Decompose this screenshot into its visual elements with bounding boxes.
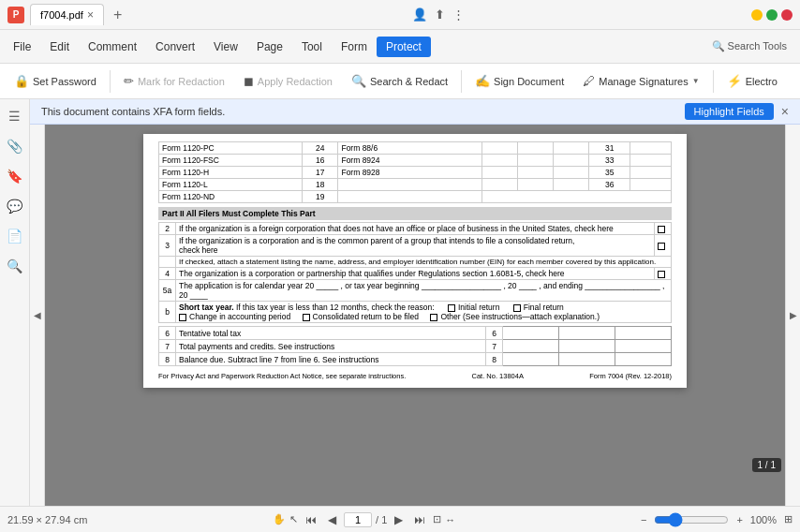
table-cell [481, 167, 517, 179]
table-cell: Form 88/6 [338, 142, 481, 155]
share-icon: ⬆ [435, 7, 445, 22]
more-icon[interactable]: ⋮ [452, 7, 465, 22]
note-text: If checked, attach a statement listing t… [176, 257, 672, 268]
line-num-3: 3 [159, 235, 176, 257]
sidebar-icon-menu[interactable]: ☰ [2, 103, 28, 129]
line-num-5a: 5a [159, 280, 176, 302]
table-cell [481, 155, 517, 167]
zoom-slider[interactable] [654, 512, 729, 527]
maximize-button[interactable] [766, 9, 778, 21]
sidebar-icon-search[interactable]: 🔍 [2, 253, 28, 279]
menu-file[interactable]: File [4, 37, 40, 57]
table-cell [517, 142, 553, 155]
scroll-right-arrow[interactable]: ▶ [785, 125, 800, 506]
page-count-badge: 1 / 1 [752, 458, 781, 472]
table-cell: Form 1120-H [159, 167, 303, 179]
line6-box1 [503, 327, 559, 340]
sidebar-icon-attachments[interactable]: 📎 [2, 133, 28, 159]
manage-signatures-button[interactable]: 🖊 Manage Signatures ▼ [574, 69, 707, 93]
line8-box1 [503, 353, 559, 366]
menu-tool[interactable]: Tool [292, 37, 332, 57]
menu-view[interactable]: View [204, 37, 247, 57]
main-content: ☰ 📎 🔖 💬 📄 🔍 This document contains XFA f… [0, 99, 800, 506]
line8-box2 [559, 353, 615, 366]
line6-box3 [615, 327, 672, 340]
file-tab[interactable]: f7004.pdf × [30, 4, 104, 25]
doc-area: This document contains XFA form fields. … [30, 99, 800, 506]
fit-width-icon[interactable]: ↔ [445, 514, 455, 525]
table-cell [517, 179, 553, 191]
line7-text: Total payments and credits. See instruct… [176, 340, 486, 353]
menu-form[interactable]: Form [332, 37, 377, 57]
mark-redaction-button[interactable]: ✏ Mark for Redaction [115, 69, 233, 93]
arrow-icon[interactable]: ↖ [289, 513, 298, 525]
xfa-close-icon[interactable]: × [781, 104, 789, 119]
doc-canvas[interactable]: Form 1120-PC 24 Form 88/6 31 Form 1120 [45, 125, 785, 506]
table-cell: 24 [303, 142, 338, 155]
doc-footer: For Privacy Act and Paperwork Reduction … [158, 372, 672, 380]
zoom-out-icon[interactable]: − [641, 514, 646, 525]
search-tools[interactable]: 🔍 Search Tools [703, 37, 796, 56]
minimize-button[interactable] [751, 9, 763, 21]
table-cell [338, 191, 481, 203]
line-num-6: 6 [159, 327, 176, 340]
apply-redaction-button[interactable]: ◼ Apply Redaction [235, 69, 341, 93]
toolbar: 🔒 Set Password ✏ Mark for Redaction ◼ Ap… [0, 64, 800, 99]
doc-dimensions: 21.59 × 27.94 cm [7, 514, 87, 525]
last-page-button[interactable]: ⏭ [410, 511, 429, 528]
cat-text: Cat. No. 13804A [472, 372, 524, 380]
menu-page[interactable]: Page [247, 37, 292, 57]
line-num-8: 8 [159, 353, 176, 366]
sidebar-icon-bookmarks[interactable]: 🔖 [2, 163, 28, 189]
sidebar-icon-comments[interactable]: 💬 [2, 193, 28, 219]
close-button[interactable] [781, 9, 793, 21]
line5b-text: Short tax year. If this tax year is less… [176, 302, 672, 323]
menu-convert[interactable]: Convert [146, 37, 204, 57]
table-cell: Form 1120-ND [159, 191, 303, 203]
mark-icon: ✏ [124, 74, 134, 88]
highlight-fields-button[interactable]: Highlight Fields [685, 103, 774, 120]
prev-page-button[interactable]: ◀ [324, 511, 340, 528]
line-num-5b: b [159, 302, 176, 323]
table-cell [517, 167, 553, 179]
line-num-7: 7 [159, 340, 176, 353]
table-cell: 33 [589, 155, 630, 167]
table-cell: 18 [303, 179, 338, 191]
sep3 [713, 70, 714, 93]
search-redact-button[interactable]: 🔍 Search & Redact [343, 69, 456, 93]
set-password-button[interactable]: 🔒 Set Password [6, 69, 105, 93]
manage-signatures-arrow: ▼ [692, 77, 700, 85]
cursor-icon[interactable]: ✋ [273, 513, 286, 525]
menu-comment[interactable]: Comment [79, 37, 146, 57]
sign-document-label: Sign Document [494, 76, 564, 87]
sidebar-icon-pages[interactable]: 📄 [2, 223, 28, 249]
fit-icon[interactable]: ⊞ [784, 513, 793, 525]
menu-protect[interactable]: Protect [377, 37, 431, 57]
line6-text: Tentative total tax [176, 327, 486, 340]
next-page-button[interactable]: ▶ [391, 511, 407, 528]
table-cell [481, 191, 671, 203]
line7-box2 [559, 340, 615, 353]
line2-text: If the organization is a foreign corpora… [176, 223, 655, 235]
fit-page-icon[interactable]: ⊡ [433, 513, 441, 525]
scroll-left-arrow[interactable]: ◀ [30, 125, 45, 506]
line7-box3 [615, 340, 672, 353]
tab-close-icon[interactable]: × [87, 8, 94, 22]
zoom-in-icon[interactable]: + [736, 514, 742, 525]
part2-table: 2 If the organization is a foreign corpo… [158, 222, 672, 323]
sign-document-button[interactable]: ✍ Sign Document [467, 69, 572, 93]
manage-signatures-label: Manage Signatures [599, 76, 688, 87]
doc-wrapper: ◀ Form 1120-PC 24 For [30, 125, 800, 506]
line8-text: Balance due. Subtract line 7 from line 6… [176, 353, 486, 366]
page-number-input[interactable] [344, 512, 372, 527]
line8-box3 [615, 353, 672, 366]
table-cell: Form 1120-L [159, 179, 303, 191]
page-total: / 1 [376, 514, 387, 525]
electro-label: Electro [746, 76, 778, 87]
apply-redaction-label: Apply Redaction [258, 76, 333, 87]
electro-button[interactable]: ⚡ Electro [719, 69, 786, 93]
table-cell [630, 167, 672, 179]
first-page-button[interactable]: ⏮ [302, 511, 320, 528]
menu-edit[interactable]: Edit [40, 37, 79, 57]
new-tab-button[interactable]: + [110, 7, 126, 23]
